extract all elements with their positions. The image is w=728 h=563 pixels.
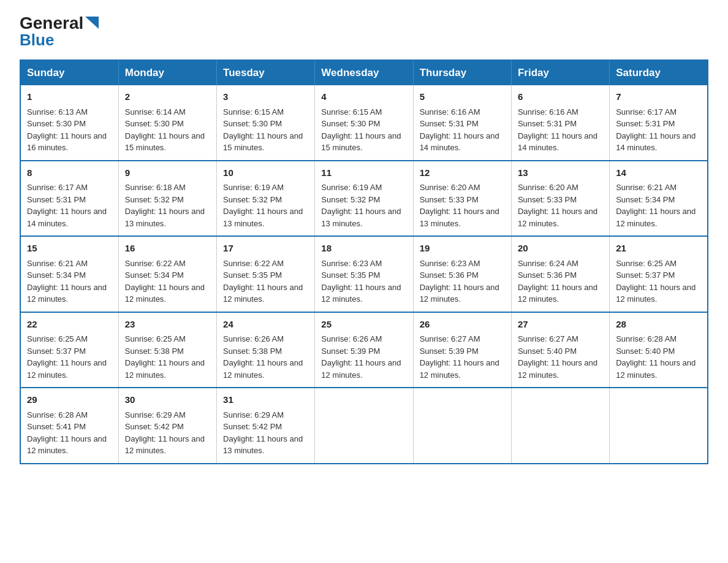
day-info: Sunrise: 6:27 AMSunset: 5:39 PMDaylight:…	[420, 334, 499, 380]
day-number: 15	[27, 242, 112, 256]
day-info: Sunrise: 6:20 AMSunset: 5:33 PMDaylight:…	[518, 183, 597, 228]
day-info: Sunrise: 6:29 AMSunset: 5:42 PMDaylight:…	[125, 410, 205, 456]
day-info: Sunrise: 6:29 AMSunset: 5:42 PMDaylight:…	[223, 410, 303, 456]
calendar-cell: 13 Sunrise: 6:20 AMSunset: 5:33 PMDaylig…	[511, 161, 609, 237]
day-info: Sunrise: 6:28 AMSunset: 5:41 PMDaylight:…	[27, 410, 107, 456]
calendar-cell: 25 Sunrise: 6:26 AMSunset: 5:39 PMDaylig…	[315, 312, 413, 388]
calendar-cell: 21 Sunrise: 6:25 AMSunset: 5:37 PMDaylig…	[610, 236, 708, 312]
day-info: Sunrise: 6:28 AMSunset: 5:40 PMDaylight:…	[616, 334, 696, 380]
day-info: Sunrise: 6:25 AMSunset: 5:37 PMDaylight:…	[616, 259, 696, 304]
day-info: Sunrise: 6:21 AMSunset: 5:34 PMDaylight:…	[27, 259, 107, 304]
day-number: 16	[125, 242, 210, 256]
calendar-cell: 23 Sunrise: 6:25 AMSunset: 5:38 PMDaylig…	[118, 312, 216, 388]
day-number: 10	[223, 166, 308, 180]
day-info: Sunrise: 6:20 AMSunset: 5:33 PMDaylight:…	[420, 183, 499, 228]
calendar-cell: 1 Sunrise: 6:13 AMSunset: 5:30 PMDayligh…	[20, 85, 118, 161]
day-info: Sunrise: 6:17 AMSunset: 5:31 PMDaylight:…	[27, 183, 107, 228]
calendar-cell: 24 Sunrise: 6:26 AMSunset: 5:38 PMDaylig…	[217, 312, 315, 388]
day-number: 5	[420, 90, 505, 104]
day-info: Sunrise: 6:17 AMSunset: 5:31 PMDaylight:…	[616, 107, 696, 153]
calendar-week-row: 8 Sunrise: 6:17 AMSunset: 5:31 PMDayligh…	[20, 161, 708, 237]
calendar-cell: 19 Sunrise: 6:23 AMSunset: 5:36 PMDaylig…	[413, 236, 511, 312]
calendar-cell: 7 Sunrise: 6:17 AMSunset: 5:31 PMDayligh…	[610, 85, 708, 161]
calendar-cell: 12 Sunrise: 6:20 AMSunset: 5:33 PMDaylig…	[413, 161, 511, 237]
day-info: Sunrise: 6:22 AMSunset: 5:35 PMDaylight:…	[223, 259, 303, 304]
svg-marker-0	[85, 17, 99, 29]
day-number: 1	[27, 90, 112, 104]
calendar-cell: 2 Sunrise: 6:14 AMSunset: 5:30 PMDayligh…	[118, 85, 216, 161]
day-info: Sunrise: 6:21 AMSunset: 5:34 PMDaylight:…	[616, 183, 696, 228]
day-info: Sunrise: 6:15 AMSunset: 5:30 PMDaylight:…	[223, 107, 303, 153]
calendar-cell: 31 Sunrise: 6:29 AMSunset: 5:42 PMDaylig…	[217, 388, 315, 464]
day-info: Sunrise: 6:16 AMSunset: 5:31 PMDaylight:…	[518, 107, 597, 153]
day-info: Sunrise: 6:23 AMSunset: 5:35 PMDaylight:…	[321, 259, 401, 304]
logo: General Blue	[20, 15, 99, 50]
day-info: Sunrise: 6:13 AMSunset: 5:30 PMDaylight:…	[27, 107, 107, 153]
day-number: 17	[223, 242, 308, 256]
day-number: 9	[125, 166, 210, 180]
day-info: Sunrise: 6:25 AMSunset: 5:38 PMDaylight:…	[125, 334, 205, 380]
calendar-cell: 8 Sunrise: 6:17 AMSunset: 5:31 PMDayligh…	[20, 161, 118, 237]
day-number: 11	[321, 166, 406, 180]
day-number: 21	[616, 242, 701, 256]
day-info: Sunrise: 6:19 AMSunset: 5:32 PMDaylight:…	[321, 183, 401, 228]
calendar-cell: 10 Sunrise: 6:19 AMSunset: 5:32 PMDaylig…	[217, 161, 315, 237]
day-number: 13	[518, 166, 603, 180]
calendar-cell: 20 Sunrise: 6:24 AMSunset: 5:36 PMDaylig…	[511, 236, 609, 312]
day-info: Sunrise: 6:27 AMSunset: 5:40 PMDaylight:…	[518, 334, 597, 380]
day-number: 28	[616, 318, 701, 332]
day-info: Sunrise: 6:19 AMSunset: 5:32 PMDaylight:…	[223, 183, 303, 228]
day-number: 22	[27, 318, 112, 332]
logo-general: General	[20, 15, 83, 32]
calendar-cell: 11 Sunrise: 6:19 AMSunset: 5:32 PMDaylig…	[315, 161, 413, 237]
column-header-saturday: Saturday	[610, 60, 708, 85]
calendar-cell: 22 Sunrise: 6:25 AMSunset: 5:37 PMDaylig…	[20, 312, 118, 388]
calendar-cell	[610, 388, 708, 464]
column-header-monday: Monday	[118, 60, 216, 85]
calendar-cell: 16 Sunrise: 6:22 AMSunset: 5:34 PMDaylig…	[118, 236, 216, 312]
calendar-cell	[511, 388, 609, 464]
calendar-cell: 15 Sunrise: 6:21 AMSunset: 5:34 PMDaylig…	[20, 236, 118, 312]
calendar-cell: 28 Sunrise: 6:28 AMSunset: 5:40 PMDaylig…	[610, 312, 708, 388]
calendar-cell: 5 Sunrise: 6:16 AMSunset: 5:31 PMDayligh…	[413, 85, 511, 161]
day-number: 26	[420, 318, 505, 332]
day-info: Sunrise: 6:26 AMSunset: 5:39 PMDaylight:…	[321, 334, 401, 380]
calendar-cell: 27 Sunrise: 6:27 AMSunset: 5:40 PMDaylig…	[511, 312, 609, 388]
day-info: Sunrise: 6:16 AMSunset: 5:31 PMDaylight:…	[420, 107, 499, 153]
day-number: 23	[125, 318, 210, 332]
day-number: 6	[518, 90, 603, 104]
day-info: Sunrise: 6:23 AMSunset: 5:36 PMDaylight:…	[420, 259, 499, 304]
calendar-cell: 6 Sunrise: 6:16 AMSunset: 5:31 PMDayligh…	[511, 85, 609, 161]
calendar-cell	[413, 388, 511, 464]
day-info: Sunrise: 6:26 AMSunset: 5:38 PMDaylight:…	[223, 334, 303, 380]
day-number: 25	[321, 318, 406, 332]
day-number: 3	[223, 90, 308, 104]
logo-blue: Blue	[20, 31, 54, 50]
day-info: Sunrise: 6:14 AMSunset: 5:30 PMDaylight:…	[125, 107, 205, 153]
calendar-cell: 30 Sunrise: 6:29 AMSunset: 5:42 PMDaylig…	[118, 388, 216, 464]
calendar-cell: 4 Sunrise: 6:15 AMSunset: 5:30 PMDayligh…	[315, 85, 413, 161]
calendar-header-row: SundayMondayTuesdayWednesdayThursdayFrid…	[20, 60, 708, 85]
calendar-week-row: 1 Sunrise: 6:13 AMSunset: 5:30 PMDayligh…	[20, 85, 708, 161]
calendar-cell: 9 Sunrise: 6:18 AMSunset: 5:32 PMDayligh…	[118, 161, 216, 237]
column-header-thursday: Thursday	[413, 60, 511, 85]
day-number: 14	[616, 166, 701, 180]
day-number: 8	[27, 166, 112, 180]
calendar-cell: 17 Sunrise: 6:22 AMSunset: 5:35 PMDaylig…	[217, 236, 315, 312]
day-info: Sunrise: 6:24 AMSunset: 5:36 PMDaylight:…	[518, 259, 597, 304]
day-info: Sunrise: 6:25 AMSunset: 5:37 PMDaylight:…	[27, 334, 107, 380]
calendar-week-row: 22 Sunrise: 6:25 AMSunset: 5:37 PMDaylig…	[20, 312, 708, 388]
page-header: General Blue	[20, 15, 708, 50]
day-number: 20	[518, 242, 603, 256]
calendar-cell: 3 Sunrise: 6:15 AMSunset: 5:30 PMDayligh…	[217, 85, 315, 161]
day-number: 18	[321, 242, 406, 256]
calendar-cell: 14 Sunrise: 6:21 AMSunset: 5:34 PMDaylig…	[610, 161, 708, 237]
day-number: 29	[27, 393, 112, 407]
day-number: 30	[125, 393, 210, 407]
column-header-sunday: Sunday	[20, 60, 118, 85]
calendar-cell: 26 Sunrise: 6:27 AMSunset: 5:39 PMDaylig…	[413, 312, 511, 388]
day-number: 7	[616, 90, 701, 104]
calendar-table: SundayMondayTuesdayWednesdayThursdayFrid…	[20, 59, 708, 464]
day-info: Sunrise: 6:22 AMSunset: 5:34 PMDaylight:…	[125, 259, 205, 304]
day-info: Sunrise: 6:18 AMSunset: 5:32 PMDaylight:…	[125, 183, 205, 228]
